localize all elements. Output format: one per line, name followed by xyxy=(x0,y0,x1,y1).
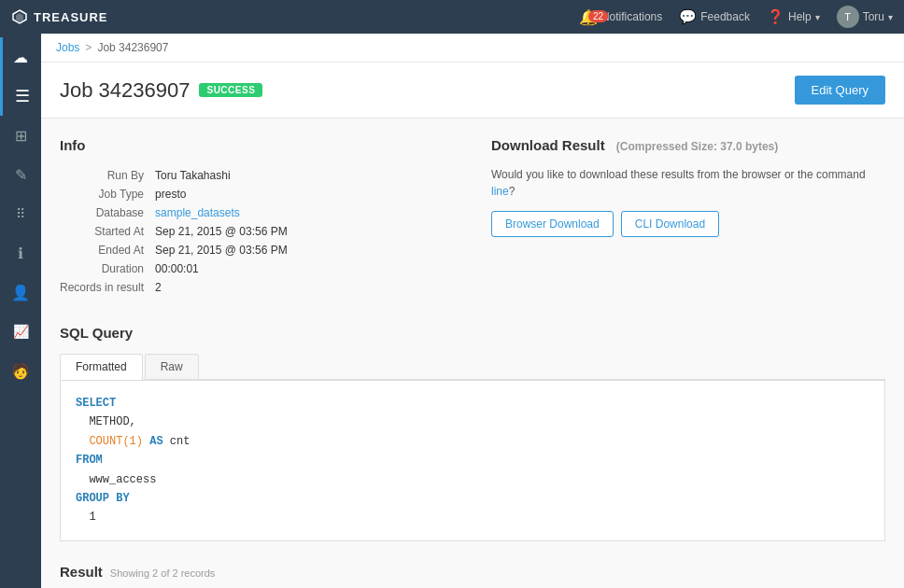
notifications-label: Notifications xyxy=(601,10,662,23)
status-badge: SUCCESS xyxy=(199,83,262,97)
info-value-database: sample_datasets xyxy=(155,203,295,222)
profile-icon: 🧑 xyxy=(11,362,30,380)
result-subtitle: Showing 2 of 2 records xyxy=(110,567,216,579)
sidebar-item-cloud[interactable]: ☁ xyxy=(0,37,41,77)
page-body: Info Run By Toru Takahashi Job Type pres… xyxy=(41,119,904,588)
info-row-records: Records in result 2 xyxy=(60,278,295,297)
info-section: Info Run By Toru Takahashi Job Type pres… xyxy=(60,137,885,297)
info-title: Info xyxy=(60,137,454,153)
database-icon: ⊞ xyxy=(15,127,27,145)
database-link[interactable]: sample_datasets xyxy=(155,206,240,219)
info-left: Info Run By Toru Takahashi Job Type pres… xyxy=(60,137,454,297)
feedback-label: Feedback xyxy=(700,10,750,23)
sql-line-from: FROM xyxy=(76,451,869,469)
sql-title: SQL Query xyxy=(60,325,885,341)
cli-download-button[interactable]: CLI Download xyxy=(621,211,719,237)
download-title-row: Download Result (Compressed Size: 37.0 b… xyxy=(491,137,885,153)
info-table: Run By Toru Takahashi Job Type presto Da… xyxy=(60,166,295,297)
cloud-icon: ☁ xyxy=(13,49,28,66)
content-area: Jobs > Job 34236907 Job 34236907 SUCCESS… xyxy=(41,34,904,588)
sql-line-method: METHOD, xyxy=(76,413,869,431)
sidebar-item-info[interactable]: ℹ xyxy=(0,233,41,273)
avatar: T xyxy=(837,6,859,28)
page-title-row: Job 34236907 SUCCESS xyxy=(60,78,262,103)
user-chevron-icon: ▾ xyxy=(888,12,893,22)
notification-count: 22 xyxy=(588,10,608,22)
users-icon: 👤 xyxy=(11,284,30,301)
info-icon: ℹ xyxy=(18,245,23,262)
sql-line-groupby-col: 1 xyxy=(76,508,869,526)
user-name: Toru xyxy=(863,10,884,23)
download-buttons: Browser Download CLI Download xyxy=(491,211,885,237)
sidebar-item-list[interactable]: ☰ xyxy=(0,77,41,116)
result-title: Result xyxy=(60,564,103,580)
breadcrumb-current: Job 34236907 xyxy=(97,41,168,54)
sidebar-item-chart[interactable]: 📈 xyxy=(0,312,41,351)
info-value-runby: Toru Takahashi xyxy=(155,166,295,185)
info-row-endedat: Ended At Sep 21, 2015 @ 03:56 PM xyxy=(60,241,295,259)
sidebar: ☁ ☰ ⊞ ✎ ⠿ ℹ 👤 📈 🧑 xyxy=(0,34,41,588)
sidebar-item-profile[interactable]: 🧑 xyxy=(0,351,41,390)
brand-label: TREASURE xyxy=(34,10,108,24)
download-title: Download Result xyxy=(491,137,605,153)
result-title-row: Result Showing 2 of 2 records xyxy=(60,564,885,588)
list-icon: ☰ xyxy=(15,86,30,106)
breadcrumb-separator: > xyxy=(85,41,92,54)
info-label-runby: Run By xyxy=(60,166,155,185)
info-value-startedat: Sep 21, 2015 @ 03:56 PM xyxy=(155,222,295,241)
user-menu[interactable]: T Toru ▾ xyxy=(837,6,893,28)
info-row-duration: Duration 00:00:01 xyxy=(60,259,295,278)
navbar-right: 🔔 22 Notifications 💬 Feedback ❓ Help ▾ T… xyxy=(579,6,893,28)
sidebar-item-database[interactable]: ⊞ xyxy=(0,116,41,155)
notifications-button[interactable]: 🔔 22 Notifications xyxy=(579,8,662,26)
feedback-button[interactable]: 💬 Feedback xyxy=(679,8,750,25)
download-compressed-size: (Compressed Size: 37.0 bytes) xyxy=(616,140,778,153)
help-icon: ❓ xyxy=(767,8,784,25)
navbar: TREASURE 🔔 22 Notifications 💬 Feedback ❓… xyxy=(0,0,904,34)
sidebar-item-edit[interactable]: ✎ xyxy=(0,155,41,194)
command-line-link[interactable]: line xyxy=(491,185,509,198)
help-label: Help xyxy=(788,10,812,23)
edit-query-button[interactable]: Edit Query xyxy=(795,76,885,105)
brand-icon xyxy=(11,8,28,25)
sql-tab-raw[interactable]: Raw xyxy=(145,354,199,379)
edit-icon: ✎ xyxy=(15,166,27,184)
info-label-endedat: Ended At xyxy=(60,241,155,259)
sidebar-item-grid[interactable]: ⠿ xyxy=(0,194,41,233)
sql-line-table: www_access xyxy=(76,470,869,489)
sql-tabs: Formatted Raw xyxy=(60,354,885,380)
sql-tab-formatted[interactable]: Formatted xyxy=(60,354,143,380)
info-row-database: Database sample_datasets xyxy=(60,203,295,222)
help-chevron-icon: ▾ xyxy=(815,12,820,22)
brand: TREASURE xyxy=(11,8,108,25)
result-section: Result Showing 2 of 2 records method var… xyxy=(60,564,885,588)
info-value-records: 2 xyxy=(155,278,295,297)
grid-icon: ⠿ xyxy=(16,206,25,221)
browser-download-button[interactable]: Browser Download xyxy=(491,211,614,237)
chart-icon: 📈 xyxy=(13,324,29,339)
sql-section: SQL Query Formatted Raw SELECT METHOD, C… xyxy=(60,325,885,541)
main-layout: ☁ ☰ ⊞ ✎ ⠿ ℹ 👤 📈 🧑 Jobs > xyxy=(0,34,904,588)
sql-line-count: COUNT(1) AS cnt xyxy=(76,432,869,451)
download-section: Download Result (Compressed Size: 37.0 b… xyxy=(491,137,885,297)
sidebar-item-users[interactable]: 👤 xyxy=(0,273,41,312)
feedback-icon: 💬 xyxy=(679,8,697,25)
sql-code-block: SELECT METHOD, COUNT(1) AS cnt FROM www_… xyxy=(60,380,885,541)
info-label-duration: Duration xyxy=(60,259,155,278)
info-value-jobtype: presto xyxy=(155,185,295,203)
svg-marker-1 xyxy=(16,13,23,22)
info-value-endedat: Sep 21, 2015 @ 03:56 PM xyxy=(155,241,295,259)
info-label-jobtype: Job Type xyxy=(60,185,155,203)
page-title: Job 34236907 xyxy=(60,78,190,103)
info-row-jobtype: Job Type presto xyxy=(60,185,295,203)
info-label-database: Database xyxy=(60,203,155,222)
breadcrumb-jobs[interactable]: Jobs xyxy=(56,41,79,54)
help-button[interactable]: ❓ Help ▾ xyxy=(767,8,820,25)
sql-line-select: SELECT xyxy=(76,394,869,413)
info-row-startedat: Started At Sep 21, 2015 @ 03:56 PM xyxy=(60,222,295,241)
download-description: Would you like to download these results… xyxy=(491,166,885,200)
info-label-startedat: Started At xyxy=(60,222,155,241)
breadcrumb: Jobs > Job 34236907 xyxy=(41,34,904,63)
sql-line-groupby: GROUP BY xyxy=(76,489,869,508)
page-header: Job 34236907 SUCCESS Edit Query xyxy=(41,63,904,119)
